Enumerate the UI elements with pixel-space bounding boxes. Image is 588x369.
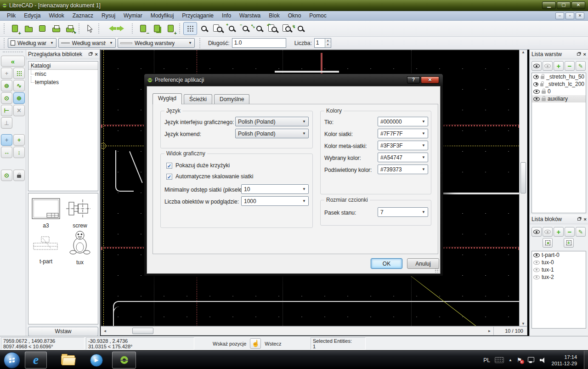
keyboard-layout-icon[interactable] xyxy=(495,357,504,363)
block-row[interactable]: tux-2 xyxy=(532,273,586,281)
menu-edycja[interactable]: Edycja xyxy=(20,11,45,20)
zoom-pan-icon[interactable]: ↯ xyxy=(294,22,307,35)
zoom-page-icon[interactable] xyxy=(280,22,294,35)
edit-layer-icon[interactable]: ✎ xyxy=(576,61,586,71)
tree-column-header[interactable]: Katalogi xyxy=(28,62,98,70)
clock[interactable]: 17:14 2011-12-29 xyxy=(552,354,577,367)
print-icon[interactable] xyxy=(49,22,63,35)
close-icon[interactable]: ✕ xyxy=(571,1,585,9)
layer-visible-icon[interactable] xyxy=(533,97,540,101)
insert-button[interactable]: Wstaw xyxy=(28,327,98,336)
pen-color-combo[interactable]: Według warstwy ▼ xyxy=(8,38,57,48)
layer-row-selected[interactable]: auxiliary xyxy=(532,95,586,102)
resize-grip[interactable] xyxy=(435,268,439,272)
library-item-a3[interactable]: a3 xyxy=(30,198,62,229)
statusbar-font-combo[interactable]: 7 ▼ xyxy=(378,207,428,217)
block-visible-icon[interactable] xyxy=(533,253,540,257)
block-visible-icon[interactable] xyxy=(533,261,540,265)
layer-visible-icon[interactable] xyxy=(533,82,538,86)
library-folder-templates[interactable]: templates xyxy=(28,78,98,86)
remove-layer-icon[interactable]: − xyxy=(565,61,575,71)
float-panel-icon[interactable] xyxy=(89,53,92,56)
show-desktop-button[interactable] xyxy=(584,351,588,369)
selection-pointer-icon[interactable] xyxy=(83,22,96,35)
vertical-scroll-thumb[interactable] xyxy=(520,162,526,193)
cut-icon[interactable]: − xyxy=(136,22,150,35)
restrict-horizontal-icon[interactable]: ↔ xyxy=(1,147,12,158)
show-all-blocks-icon[interactable] xyxy=(531,227,542,237)
library-item-screw[interactable]: screw xyxy=(64,198,96,229)
network-icon[interactable] xyxy=(527,357,535,363)
toolbar-drag-handle[interactable] xyxy=(179,23,181,34)
snap-endpoint-icon[interactable]: ⊚ xyxy=(1,80,12,91)
save-document-icon[interactable] xyxy=(35,22,49,35)
menu-plik[interactable]: Plik xyxy=(3,11,20,20)
toolbar-drag-handle[interactable] xyxy=(4,23,6,34)
toolbar-drag-handle[interactable] xyxy=(3,51,23,54)
count-spinner[interactable]: 1 ▲ ▼ xyxy=(314,38,331,48)
menu-rysuj[interactable]: Rysuj xyxy=(97,11,119,20)
vertical-scrollbar[interactable]: ▲ ▼ xyxy=(519,50,527,326)
snap-free-icon[interactable]: + xyxy=(1,68,12,79)
paste-icon[interactable]: + xyxy=(164,22,177,35)
spin-down-icon[interactable]: ▼ xyxy=(325,43,331,47)
zoom-increase-icon[interactable]: + xyxy=(225,22,238,35)
zoom-decrease-icon[interactable]: − xyxy=(238,22,252,35)
action-center-flag-icon[interactable]: ⚑✕ xyxy=(517,357,522,363)
mdi-close-icon[interactable]: ✕ xyxy=(576,12,584,19)
cancel-button[interactable]: Anuluj xyxy=(407,258,439,269)
toolbar-drag-handle[interactable] xyxy=(98,23,101,34)
menu-warstwa[interactable]: Warstwa xyxy=(235,11,265,20)
dialog-title-bar[interactable]: Preferencje aplikacji ? ✕ xyxy=(144,74,443,86)
scroll-right-icon[interactable]: ► xyxy=(486,329,493,333)
block-visible-icon[interactable] xyxy=(533,268,540,272)
layer-row[interactable]: _stretch_hu_50 xyxy=(532,73,586,80)
menu-blok[interactable]: Blok xyxy=(265,11,283,20)
scroll-down-icon[interactable]: ▼ xyxy=(520,322,527,326)
taskbar-librecad[interactable] xyxy=(112,352,136,369)
checkbox-checked-icon[interactable]: ✓ xyxy=(166,163,172,169)
toolbar-drag-handle[interactable] xyxy=(4,38,6,48)
attributes-block-icon[interactable]: ✎ xyxy=(576,227,586,237)
restrict-nothing-icon[interactable]: ⊥ xyxy=(1,117,12,129)
menu-info[interactable]: Info xyxy=(218,11,235,20)
help-icon[interactable]: ? xyxy=(407,76,420,84)
length-input[interactable]: 1.0 xyxy=(232,38,286,48)
pen-linetype-combo[interactable]: Według warstwy ▼ xyxy=(58,38,116,48)
show-all-layers-icon[interactable] xyxy=(531,61,542,71)
add-block-icon[interactable]: + xyxy=(554,227,564,237)
menu-widok[interactable]: Widok xyxy=(45,11,68,20)
layer-visible-icon[interactable] xyxy=(533,75,539,79)
library-folder-misc[interactable]: misc xyxy=(28,70,98,78)
snap-distance-icon[interactable]: ⊢ xyxy=(1,105,12,116)
tab-sciezki[interactable]: Ścieżki xyxy=(184,94,212,104)
auto-zoom-icon[interactable]: ⤡ xyxy=(252,22,266,35)
taskbar-internet-explorer[interactable]: e xyxy=(25,352,47,369)
tab-wyglad[interactable]: Wygląd xyxy=(153,93,182,104)
show-hidden-icons-chevron[interactable]: ▲ xyxy=(509,358,512,362)
grid-spacing-combo[interactable]: 10 ▼ xyxy=(241,184,309,194)
selected-color-combo[interactable]: #A54747 ▼ xyxy=(378,153,428,162)
minimize-icon[interactable]: ▁ xyxy=(542,1,556,9)
spin-up-icon[interactable]: ▲ xyxy=(325,39,331,43)
close-panel-icon[interactable]: × xyxy=(584,217,587,221)
maximize-icon[interactable]: ▢ xyxy=(557,1,571,9)
horizontal-scroll-thumb[interactable] xyxy=(132,328,153,334)
mdi-restore-icon[interactable]: ▫ xyxy=(565,12,574,19)
checkbox-checked-icon[interactable]: ✓ xyxy=(166,174,172,180)
gui-language-combo[interactable]: Polish (Poland) ▼ xyxy=(235,117,309,126)
snap-intersection-icon[interactable]: ✕ xyxy=(13,105,25,116)
library-item-tux[interactable]: tux xyxy=(64,230,96,266)
toolbar-drag-handle[interactable] xyxy=(199,38,202,48)
add-layer-icon[interactable]: + xyxy=(554,61,564,71)
layer-lock-icon[interactable] xyxy=(542,91,546,94)
menu-pomoc[interactable]: Pomoc xyxy=(305,11,330,20)
toolbar-drag-handle[interactable] xyxy=(132,23,134,34)
crosshair-checkbox-row[interactable]: ✓ Pokazuj duże krzyżyki xyxy=(166,162,230,169)
copy-icon[interactable] xyxy=(150,22,164,35)
zoom-in-icon[interactable] xyxy=(197,22,211,35)
grid-toggle-icon[interactable] xyxy=(183,22,197,35)
insert-block-icon[interactable]: + xyxy=(564,238,574,248)
layer-lock-icon[interactable] xyxy=(542,98,546,101)
cmd-language-combo[interactable]: Polish (Poland) ▼ xyxy=(235,129,309,138)
